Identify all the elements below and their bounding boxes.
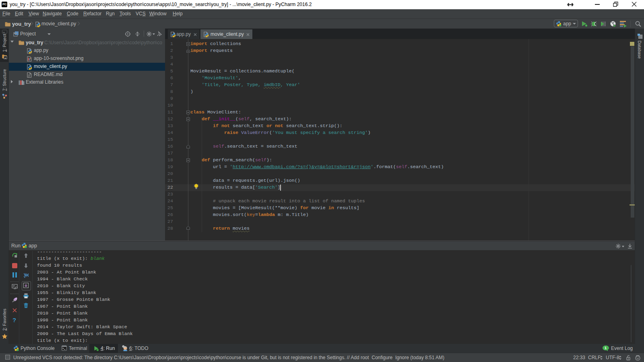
svg-text:1: 1 [605,346,607,350]
